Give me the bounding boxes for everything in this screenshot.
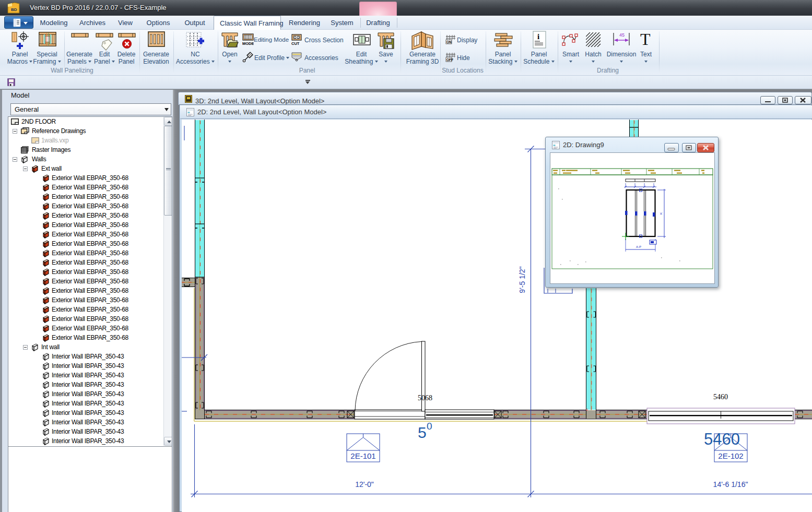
svg-text:5460: 5460 (704, 430, 740, 448)
svg-text:0: 0 (427, 421, 432, 432)
svg-text:R: R (585, 408, 589, 411)
svg-text:ON: ON (446, 40, 452, 44)
svg-text:K: K (660, 212, 663, 215)
svg-text:A-P: A-P (636, 245, 641, 248)
svg-text:2E-101: 2E-101 (350, 451, 375, 460)
svg-text:5: 5 (418, 424, 427, 441)
svg-text:45: 45 (619, 32, 625, 38)
svg-text:MODE: MODE (242, 41, 254, 45)
svg-text:12'-0": 12'-0" (355, 480, 374, 489)
svg-text:BD: BD (11, 7, 17, 12)
svg-text:5068: 5068 (418, 394, 432, 402)
svg-text:5460: 5460 (713, 393, 728, 401)
svg-text:2E-102: 2E-102 (718, 451, 743, 460)
svg-text:i: i (537, 32, 539, 41)
svg-text:CUT: CUT (291, 41, 300, 45)
svg-text:T: T (640, 31, 651, 47)
svg-text:9'-5 1/2": 9'-5 1/2" (518, 266, 526, 293)
svg-text:14'-6 1/16": 14'-6 1/16" (713, 480, 748, 489)
